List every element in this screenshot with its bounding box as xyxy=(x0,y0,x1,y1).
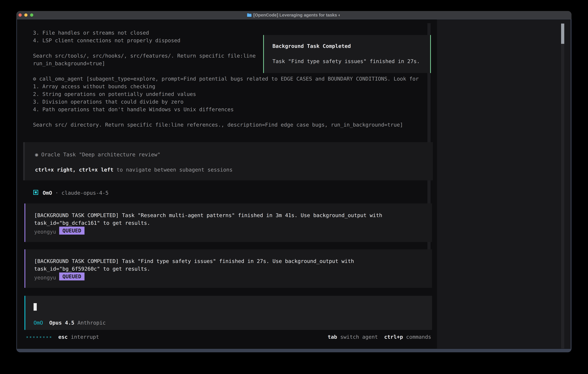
close-button[interactable] xyxy=(19,13,22,17)
status-left: esc interrupt xyxy=(58,333,99,341)
spinner-dot xyxy=(46,336,48,338)
status-badge: QUEUED xyxy=(59,272,84,280)
spinner-dot xyxy=(50,336,51,338)
chat-line: 3. File handles or streams not closed xyxy=(33,29,149,37)
spinner-dot xyxy=(33,336,35,338)
message-line: task_id="bg_dcfac161" to get results. xyxy=(34,219,150,227)
toast-title: Background Task Completed xyxy=(273,42,351,50)
window-title: [OpenCode] Leveraging agents for tasks ◐ xyxy=(253,13,341,18)
subagent-nav-hint: ctrl+x right, ctrl+x left to navigate be… xyxy=(35,166,232,174)
title-bar: [OpenCode] Leveraging agents for tasks ◐ xyxy=(16,11,571,19)
prompt-input[interactable]: OmO Opus 4.5 Anthropic xyxy=(24,296,432,330)
oracle-task-panel: ◉ Oracle Task "Deep architecture review"… xyxy=(23,142,433,180)
message-author: yeongyu xyxy=(34,228,56,236)
notification-toast: Background Task CompletedTask "Find type… xyxy=(263,35,431,73)
message-author: yeongyu xyxy=(34,274,56,281)
input-model-label: OmO Opus 4.5 Anthropic xyxy=(33,319,106,327)
spinner-dot xyxy=(40,336,41,338)
message-line: [BACKGROUND TASK COMPLETED] Task "Resear… xyxy=(34,211,382,219)
spinner-dot xyxy=(36,336,38,338)
status-right: tab switch agent ctrl+p commands xyxy=(328,333,431,341)
agent-session-row[interactable]: OmO · claude-opus-4-5 xyxy=(23,189,431,197)
chat-line: 1. Array access without bounds checking xyxy=(33,83,155,90)
background-task-message: QUEUED [BACKGROUND TASK COMPLETED] Task … xyxy=(24,204,432,242)
chat-line: 4. LSP client connections not properly d… xyxy=(33,37,180,44)
chat-line: 3. Division operations that could divide… xyxy=(33,98,183,105)
agent-label: OmO · claude-opus-4-5 xyxy=(43,189,108,197)
sidebar-scrollbar[interactable] xyxy=(561,23,564,349)
tool-call-line: ⚙ call_omo_agent [subagent_type=explore,… xyxy=(33,75,419,83)
chat-line: Search src/tools/, src/hooks/, src/featu… xyxy=(33,52,256,60)
message-line: [BACKGROUND TASK COMPLETED] Task "Find t… xyxy=(34,257,354,265)
text-cursor xyxy=(33,303,37,311)
folder-icon xyxy=(247,13,252,17)
background-task-message: QUEUED [BACKGROUND TASK COMPLETED] Task … xyxy=(24,249,432,288)
chat-line: 4. Path operations that don't handle Win… xyxy=(33,105,234,113)
minimize-button[interactable] xyxy=(24,13,28,17)
spinner-dot xyxy=(43,336,44,338)
sidebar: Leveraging agents for tasksContext66,518… xyxy=(437,19,571,349)
status-badge: QUEUED xyxy=(59,227,84,235)
chat-line: 2. String operations on potentially unde… xyxy=(33,90,196,98)
agent-icon xyxy=(33,190,38,195)
oracle-task-line: ◉ Oracle Task "Deep architecture review" xyxy=(35,151,160,158)
spinner-dot xyxy=(26,336,28,338)
zoom-button[interactable] xyxy=(30,13,33,17)
busy-spinner xyxy=(26,336,55,338)
spinner-dot xyxy=(30,336,31,338)
sidebar-scrollbar-thumb[interactable] xyxy=(561,24,564,44)
toast-body: Task "Find type safety issues" finished … xyxy=(273,57,420,65)
message-line: task_id="bg_6f59260c" to get results. xyxy=(34,265,150,273)
chat-line: run_in_background=true] xyxy=(33,60,105,67)
chat-line: Search src/ directory. Return specific f… xyxy=(33,121,403,129)
